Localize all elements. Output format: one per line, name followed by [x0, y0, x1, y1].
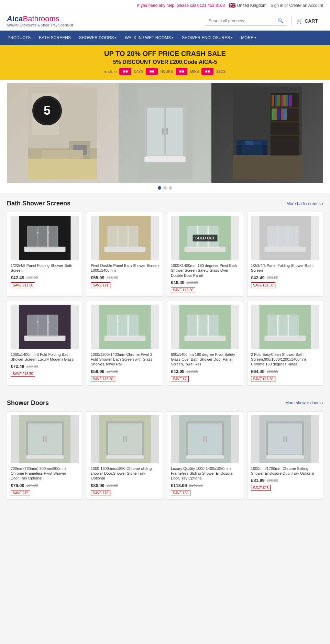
product-name: 2 Fold EasyClean Shower Bath Screen,900/… [251, 352, 319, 367]
hero-dot-2[interactable] [163, 186, 167, 190]
product-card[interactable]: 1/2/3/4/5 Panel Folding Shower Bath Scre… [247, 212, 323, 297]
save-badge: SAVE £15.50 [91, 376, 115, 382]
nav-walk-in[interactable]: WALK IN / WET ROOMS ▾ [121, 31, 178, 45]
logo-title: AicaBathrooms [7, 14, 73, 23]
svg-rect-81 [108, 315, 118, 336]
product-card[interactable]: 800x1400mm 180 degree Pivot Safety Glass… [167, 301, 243, 386]
shower-doors-section: Shower Doors More shower doors › 700mm(7… [0, 393, 330, 507]
price-old: £96.00 [107, 483, 118, 487]
product-card[interactable]: 1000/1200x1400mm Chrome Pivot 2 Fold Sho… [87, 301, 163, 386]
svg-rect-124 [205, 423, 222, 455]
svg-rect-13 [144, 107, 146, 157]
nav-shower-doors[interactable]: SHOWER DOORS ▾ [75, 31, 121, 45]
nav-shower-doors-label: SHOWER DOORS [79, 35, 114, 40]
chevron-down-icon: ▾ [115, 36, 117, 39]
save-badge: SAVE £15 [11, 490, 30, 496]
svg-rect-27 [275, 95, 277, 106]
svg-rect-129 [266, 422, 268, 455]
search-input[interactable] [205, 16, 274, 25]
hero-dots [7, 183, 323, 193]
shower-door-card[interactable]: 1000mm/1700mm Chrome Sliding Shower Encl… [247, 411, 323, 500]
svg-rect-114 [108, 423, 125, 455]
svg-rect-29 [280, 95, 283, 106]
svg-text:5: 5 [44, 103, 51, 117]
cart-label: CART [305, 18, 318, 24]
hero-dot-1[interactable] [158, 186, 161, 190]
shower-product-image [251, 415, 319, 463]
search-button[interactable]: 🔍 [274, 16, 287, 25]
svg-rect-46 [28, 226, 37, 247]
svg-rect-96 [278, 315, 288, 336]
product-prices: £43.99 £50.00 [171, 369, 239, 374]
price-current: £42.49 [251, 275, 265, 280]
price-old: £50.00 [187, 369, 198, 373]
svg-rect-67 [268, 226, 278, 247]
shower-door-card[interactable]: Luxury Quality 1000-1400x1950mm Frameles… [167, 411, 243, 500]
nav-shower-enclosures[interactable]: SHOWER ENCLOSURES ▾ [178, 31, 237, 45]
svg-rect-31 [286, 95, 288, 106]
hero-dot-3[interactable] [169, 186, 172, 190]
svg-point-78 [48, 321, 49, 323]
shower-door-card[interactable]: 700mm(760mm) 800mm/900mm Chrome Frameles… [7, 411, 83, 500]
shower-product-image [11, 415, 79, 463]
nav-bath-screens[interactable]: BATH SCREENS [35, 31, 75, 45]
product-name: 1/2/3/4/5 Panel Folding Shower Bath Scre… [11, 263, 79, 273]
price-current: £64.49 [251, 369, 265, 374]
promo-subtitle: 5% DISCOUNT OVER £200,Code AICA-5 [7, 59, 323, 65]
region-label: United Kingdom [237, 3, 266, 8]
countdown-mins: ■■ [176, 68, 188, 75]
more-shower-doors-link[interactable]: More shower doors › [285, 400, 323, 405]
save-badge: SAVE £30 [171, 490, 190, 496]
cart-button[interactable]: 🛒 CART [292, 16, 323, 26]
svg-point-57 [128, 232, 129, 234]
product-prices: £64.49 £80.00 [251, 369, 319, 374]
sign-in-link[interactable]: Sign in [271, 3, 283, 8]
hero-banner: 5 [7, 83, 323, 183]
svg-point-84 [118, 321, 119, 323]
shower-door-card[interactable]: 1000-1600mmx1850 Chrome sliding shower D… [87, 411, 163, 500]
svg-rect-131 [266, 421, 304, 423]
sold-out-badge: SOLD OUT [192, 235, 218, 241]
product-card[interactable]: 1000x1400mm 3 Fold Folding Bath Shower S… [7, 301, 83, 386]
price-current: £118.99 [171, 483, 187, 488]
chevron-down-icon: ▾ [172, 36, 174, 39]
nav-products-label: PRODUCTS [8, 35, 31, 40]
logo[interactable]: AicaBathrooms Shower Enclosures & Stone … [7, 14, 73, 27]
create-account-link[interactable]: Create an Account [289, 3, 323, 8]
svg-rect-132 [268, 423, 285, 455]
price-old: £94.00 [26, 483, 38, 487]
product-name: 1000x1400mm 3 Fold Folding Bath Shower S… [11, 352, 79, 362]
svg-rect-88 [188, 315, 198, 336]
countdown: ends in ■■ DAYS ■■ HOURS ■■ MINS ■■ SECS [7, 68, 323, 75]
nav-products[interactable]: PRODUCTS [3, 31, 35, 45]
nav-more[interactable]: MORE ▾ [237, 31, 260, 45]
save-badge: SAVE £16.50 [251, 376, 275, 382]
product-card[interactable]: SOLD OUT 1000X1400mm 180 degrees Pivot B… [167, 212, 243, 297]
svg-rect-123 [188, 423, 205, 455]
svg-rect-112 [142, 422, 144, 455]
countdown-secs: ■■ [201, 68, 213, 75]
product-card[interactable]: Pivot Double Panel Bath Shower Screen 10… [87, 212, 163, 297]
more-bath-screens-link[interactable]: More bath screens › [286, 201, 323, 206]
svg-rect-126 [206, 436, 207, 442]
svg-rect-19 [144, 106, 186, 108]
main-nav: PRODUCTS BATH SCREENS SHOWER DOORS ▾ WAL… [0, 31, 330, 45]
svg-rect-119 [186, 455, 224, 459]
product-card[interactable]: 2 Fold EasyClean Shower Bath Screen,900/… [247, 301, 323, 386]
svg-point-70 [278, 232, 279, 234]
logo-text: icaBathrooms [12, 14, 59, 23]
svg-rect-14 [184, 107, 186, 157]
svg-rect-104 [26, 421, 64, 423]
price-current: £80.99 [91, 483, 104, 488]
product-card[interactable]: 1/2/3/4/5 Panel Folding Shower Bath Scre… [7, 212, 83, 297]
svg-point-64 [208, 232, 209, 234]
search-bar: 🔍 [205, 16, 287, 26]
svg-point-71 [288, 232, 289, 234]
price-current: £48.49 [171, 280, 185, 285]
hero-shower-svg [138, 87, 192, 179]
product-image [251, 305, 319, 349]
header-right: 🔍 🛒 CART [205, 16, 323, 26]
svg-rect-35 [278, 109, 280, 120]
product-image [171, 305, 239, 349]
region-selector[interactable]: 🇬🇧 United Kingdom [229, 2, 266, 9]
